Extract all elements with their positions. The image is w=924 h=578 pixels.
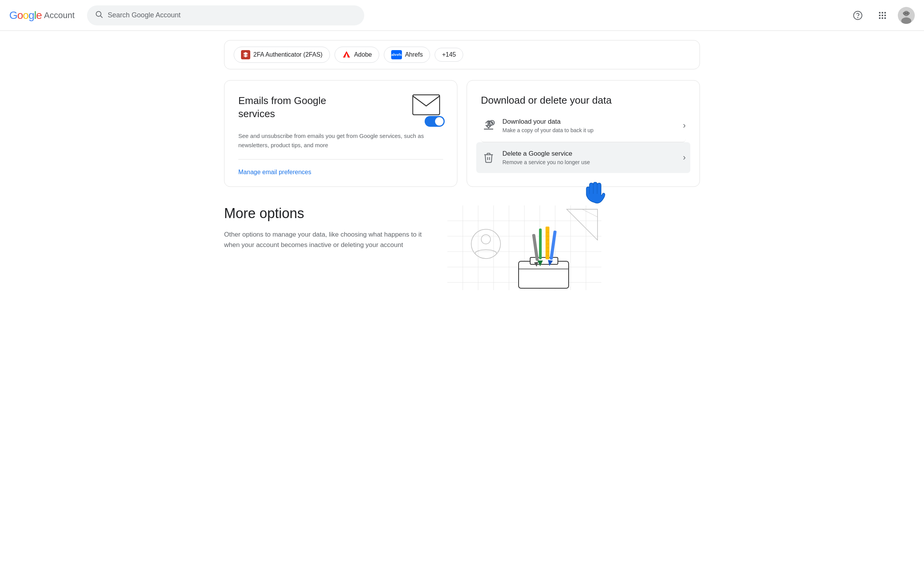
tools-illustration bbox=[447, 205, 601, 290]
search-input[interactable] bbox=[108, 11, 357, 19]
header-actions bbox=[849, 6, 915, 25]
toggle-knob bbox=[435, 117, 444, 126]
svg-point-3 bbox=[857, 17, 858, 17]
email-card: Emails from Google services See and unsu… bbox=[224, 80, 457, 187]
google-wordmark: Google bbox=[9, 9, 42, 22]
chip-adobe-label: Adobe bbox=[354, 51, 372, 58]
email-card-description: See and unsubscribe from emails you get … bbox=[238, 131, 443, 150]
delete-service-item[interactable]: Delete a Google service Remove a service… bbox=[476, 142, 690, 173]
account-wordmark: Account bbox=[44, 10, 75, 20]
svg-marker-60 bbox=[567, 209, 598, 240]
download-delete-card: Download or delete your data Download yo… bbox=[467, 80, 700, 187]
search-icon bbox=[95, 10, 103, 21]
more-options-section: More options Other options to manage you… bbox=[224, 205, 700, 290]
2fas-icon bbox=[241, 50, 250, 59]
svg-rect-12 bbox=[884, 17, 886, 19]
svg-rect-58 bbox=[549, 230, 556, 260]
svg-rect-11 bbox=[882, 17, 883, 19]
svg-point-0 bbox=[96, 11, 101, 16]
email-card-top: Emails from Google services bbox=[238, 94, 443, 125]
cloud-download-icon bbox=[481, 118, 496, 133]
search-bar bbox=[87, 5, 364, 25]
main-content: 2FA Authenticator (2FAS) Adobe ahrefs Ah… bbox=[212, 31, 712, 313]
avatar[interactable] bbox=[898, 7, 915, 24]
download-data-text: Download your data Make a copy of your d… bbox=[502, 118, 683, 133]
email-card-divider bbox=[238, 159, 443, 160]
svg-rect-46 bbox=[532, 234, 539, 261]
email-toggle[interactable] bbox=[425, 116, 445, 127]
apps-button[interactable] bbox=[873, 6, 892, 25]
svg-rect-9 bbox=[884, 15, 886, 16]
download-chevron-icon: › bbox=[683, 121, 686, 131]
chip-ahrefs-label: Ahrefs bbox=[405, 51, 423, 58]
chip-ahrefs[interactable]: ahrefs Ahrefs bbox=[384, 47, 430, 63]
download-data-title: Download your data bbox=[502, 118, 683, 126]
delete-service-desc: Remove a service you no longer use bbox=[502, 159, 683, 165]
header: Google Account bbox=[0, 0, 924, 31]
svg-rect-50 bbox=[546, 227, 549, 259]
svg-rect-6 bbox=[884, 12, 886, 13]
svg-line-62 bbox=[582, 209, 598, 217]
svg-line-1 bbox=[100, 16, 102, 18]
svg-rect-21 bbox=[413, 95, 440, 115]
email-icon-container bbox=[412, 94, 443, 125]
svg-rect-8 bbox=[882, 15, 883, 16]
google-account-logo[interactable]: Google Account bbox=[9, 9, 75, 22]
delete-chevron-icon: › bbox=[683, 153, 686, 163]
adobe-icon bbox=[342, 50, 351, 59]
chip-more[interactable]: +145 bbox=[435, 48, 463, 62]
svg-rect-4 bbox=[879, 12, 880, 13]
more-options-illustration bbox=[447, 205, 601, 290]
cursor-overlay bbox=[581, 177, 608, 210]
delete-service-title: Delete a Google service bbox=[502, 150, 683, 158]
chip-more-label: +145 bbox=[442, 51, 456, 58]
chip-2fas-label: 2FA Authenticator (2FAS) bbox=[253, 51, 323, 58]
cards-row: Emails from Google services See and unsu… bbox=[224, 80, 700, 187]
svg-rect-48 bbox=[539, 229, 542, 259]
svg-rect-5 bbox=[882, 12, 883, 13]
chip-2fas[interactable]: 2FA Authenticator (2FAS) bbox=[234, 47, 330, 63]
svg-rect-10 bbox=[879, 17, 880, 19]
help-button[interactable] bbox=[849, 6, 867, 25]
app-chips-container: 2FA Authenticator (2FAS) Adobe ahrefs Ah… bbox=[224, 40, 700, 69]
manage-email-preferences-link[interactable]: Manage email preferences bbox=[238, 169, 443, 176]
download-data-item[interactable]: Download your data Make a copy of your d… bbox=[481, 109, 686, 142]
download-data-desc: Make a copy of your data to back it up bbox=[502, 127, 683, 133]
more-options-text: More options Other options to manage you… bbox=[224, 205, 424, 250]
delete-service-text: Delete a Google service Remove a service… bbox=[502, 150, 683, 165]
trash-icon bbox=[481, 150, 496, 165]
svg-point-2 bbox=[854, 11, 862, 20]
email-envelope-icon bbox=[412, 94, 440, 115]
download-card-title: Download or delete your data bbox=[481, 94, 686, 106]
svg-rect-7 bbox=[879, 15, 880, 16]
more-options-description: Other options to manage your data, like … bbox=[224, 229, 424, 250]
ahrefs-icon: ahrefs bbox=[391, 50, 402, 59]
svg-point-42 bbox=[481, 235, 490, 244]
more-options-title: More options bbox=[224, 205, 424, 222]
chip-adobe[interactable]: Adobe bbox=[335, 47, 379, 63]
email-card-title: Emails from Google services bbox=[238, 94, 362, 121]
svg-rect-44 bbox=[530, 257, 558, 264]
svg-rect-43 bbox=[519, 261, 569, 288]
